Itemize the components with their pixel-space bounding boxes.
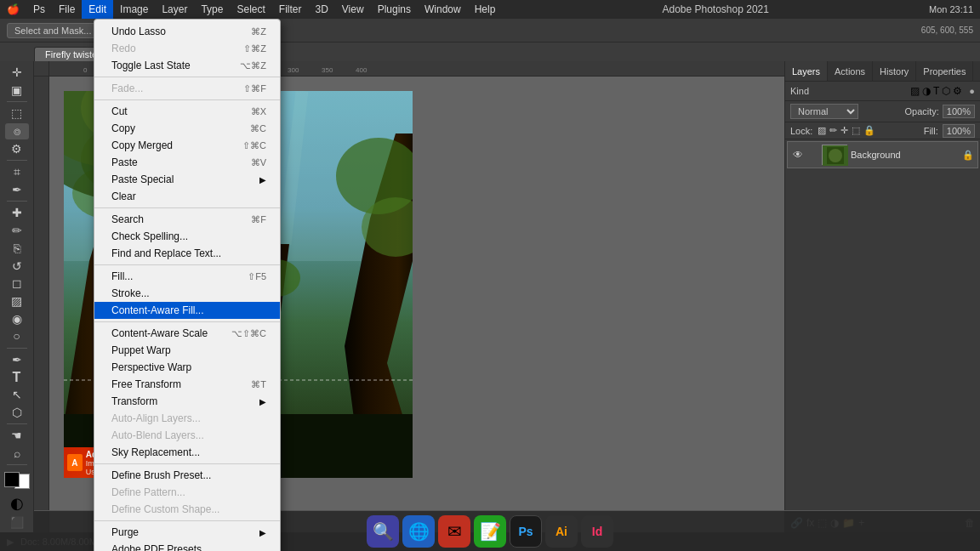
menu-fill[interactable]: Fill... ⇧F5	[94, 268, 280, 285]
layer-name: Background	[851, 150, 959, 160]
menubar-file[interactable]: File	[52, 0, 82, 19]
move-tool[interactable]: ✛	[5, 65, 29, 81]
clone-tool[interactable]: ⎘	[5, 240, 29, 256]
menu-paste-special[interactable]: Paste Special ▶	[94, 171, 280, 188]
filter-text-icon[interactable]: T	[933, 85, 939, 97]
tab-properties[interactable]: Properties	[916, 61, 973, 81]
hand-tool[interactable]: ☚	[5, 428, 29, 444]
menu-clear[interactable]: Clear	[94, 188, 280, 205]
filter-smart-icon[interactable]: ⚙	[953, 85, 962, 97]
menu-content-aware-scale[interactable]: Content-Aware Scale ⌥⇧⌘C	[94, 325, 280, 342]
layer-item-background[interactable]: 👁 Background 🔒	[787, 141, 978, 168]
lock-all-icon[interactable]: 🔒	[863, 125, 875, 136]
eyedropper-tool[interactable]: ✒	[5, 182, 29, 198]
dock-notes[interactable]: 📝	[474, 515, 506, 548]
menu-perspective-warp[interactable]: Perspective Warp	[94, 359, 280, 376]
menu-paste[interactable]: Paste ⌘V	[94, 154, 280, 171]
fill-value[interactable]: 100%	[943, 124, 975, 138]
layer-visibility-icon[interactable]: 👁	[791, 149, 805, 161]
menubar-plugins[interactable]: Plugins	[371, 0, 418, 19]
filter-toggle[interactable]: ●	[969, 86, 975, 96]
menu-toggle-last-state[interactable]: Toggle Last State ⌥⌘Z	[94, 57, 280, 74]
lock-paint-icon[interactable]: ✏	[829, 125, 837, 136]
screen-mode[interactable]: ⬛	[10, 516, 24, 529]
quick-mask-mode[interactable]: ◐	[10, 494, 24, 513]
eraser-tool[interactable]: ◻	[5, 276, 29, 292]
menu-transform[interactable]: Transform ▶	[94, 393, 280, 410]
shape-tool[interactable]: ⬡	[5, 405, 29, 421]
menu-cut[interactable]: Cut ⌘X	[94, 103, 280, 120]
panel-tabs: Layers Actions History Properties Charac…	[785, 61, 980, 82]
dock-mail[interactable]: ✉	[438, 515, 470, 548]
menubar-help[interactable]: Help	[468, 0, 503, 19]
tab-actions[interactable]: Actions	[828, 61, 873, 81]
blur-tool[interactable]: ◉	[5, 310, 29, 327]
menu-check-spelling[interactable]: Check Spelling...	[94, 228, 280, 245]
blend-mode-select[interactable]: Normal	[790, 104, 858, 119]
filter-adjust-icon[interactable]: ◑	[922, 85, 931, 97]
foreground-color[interactable]	[4, 472, 20, 487]
history-brush-tool[interactable]: ↺	[5, 258, 29, 274]
filter-shape-icon[interactable]: ⬡	[942, 85, 950, 97]
menubar-window[interactable]: Window	[418, 0, 468, 19]
dock-photoshop[interactable]: Ps	[510, 515, 542, 548]
menu-content-aware-fill[interactable]: Content-Aware Fill...	[94, 302, 280, 319]
vertical-ruler	[34, 77, 49, 532]
dock-safari[interactable]: 🌐	[402, 515, 435, 548]
artboard-tool[interactable]: ▣	[5, 82, 29, 99]
menu-puppet-warp[interactable]: Puppet Warp	[94, 342, 280, 359]
lock-artboard-icon[interactable]: ⬚	[852, 125, 860, 136]
menubar-edit[interactable]: Edit	[82, 0, 113, 19]
lock-row: Lock: ▨ ✏ ✛ ⬚ 🔒 Fill: 100%	[785, 122, 980, 139]
menu-define-brush[interactable]: Define Brush Preset...	[94, 467, 280, 484]
tab-layers[interactable]: Layers	[785, 61, 828, 81]
menu-search[interactable]: Search ⌘F	[94, 211, 280, 228]
menu-sky-replacement[interactable]: Sky Replacement...	[94, 444, 280, 461]
filter-pixel-icon[interactable]: ▨	[910, 85, 920, 97]
path-select-tool[interactable]: ↖	[5, 387, 29, 403]
menubar-type[interactable]: Type	[194, 0, 230, 19]
menu-adobe-pdf-presets[interactable]: Adobe PDF Presets...	[94, 541, 280, 551]
dock-finder[interactable]: 🔍	[367, 515, 399, 548]
menubar-layer[interactable]: Layer	[155, 0, 194, 19]
brush-tool[interactable]: ✏	[5, 223, 29, 239]
menu-copy-merged[interactable]: Copy Merged ⇧⌘C	[94, 137, 280, 154]
opacity-value[interactable]: 100%	[943, 105, 975, 118]
healing-tool[interactable]: ✚	[5, 205, 29, 221]
lock-transparent-icon[interactable]: ▨	[818, 125, 826, 136]
toolbar-divider-3	[7, 201, 27, 202]
tab-character[interactable]: Character	[973, 61, 980, 81]
menu-copy[interactable]: Copy ⌘C	[94, 120, 280, 137]
dock-ai[interactable]: Ai	[545, 515, 578, 548]
menu-find-replace[interactable]: Find and Replace Text...	[94, 245, 280, 262]
menubar-view[interactable]: View	[335, 0, 371, 19]
menubar-select[interactable]: Select	[230, 0, 271, 19]
menu-free-transform[interactable]: Free Transform ⌘T	[94, 376, 280, 393]
apple-menu[interactable]: 🍎	[0, 0, 26, 19]
toolbar-divider-2	[7, 160, 27, 161]
gradient-tool[interactable]: ▨	[5, 293, 29, 310]
marquee-tool[interactable]: ⬚	[5, 105, 29, 122]
menu-purge[interactable]: Purge ▶	[94, 524, 280, 541]
menubar-ps[interactable]: Ps	[26, 0, 52, 19]
quick-select-tool[interactable]: ⚙	[5, 141, 29, 157]
dock-id[interactable]: Id	[581, 515, 613, 548]
pen-tool[interactable]: ✒	[5, 351, 29, 367]
menu-stroke[interactable]: Stroke...	[94, 285, 280, 302]
lasso-tool[interactable]: ⌾	[5, 123, 29, 139]
menubar-3d[interactable]: 3D	[308, 0, 334, 19]
menubar-image[interactable]: Image	[113, 0, 155, 19]
foreground-background-colors[interactable]	[4, 472, 30, 489]
right-panel: › Layers Actions History Properties Char…	[784, 61, 980, 532]
zoom-tool[interactable]: ⌕	[5, 446, 29, 462]
tab-history[interactable]: History	[873, 61, 916, 81]
crop-tool[interactable]: ⌗	[5, 164, 29, 180]
menu-undo-lasso[interactable]: Undo Lasso ⌘Z	[94, 23, 280, 40]
menu-define-custom-shape: Define Custom Shape...	[94, 501, 280, 518]
lock-position-icon[interactable]: ✛	[840, 125, 848, 136]
menubar-filter[interactable]: Filter	[272, 0, 309, 19]
text-tool[interactable]: T	[5, 369, 29, 385]
select-mask-button[interactable]: Select and Mask...	[7, 23, 100, 38]
dodge-tool[interactable]: ○	[5, 328, 29, 344]
app-title: Adobe Photoshop 2021	[502, 3, 929, 15]
